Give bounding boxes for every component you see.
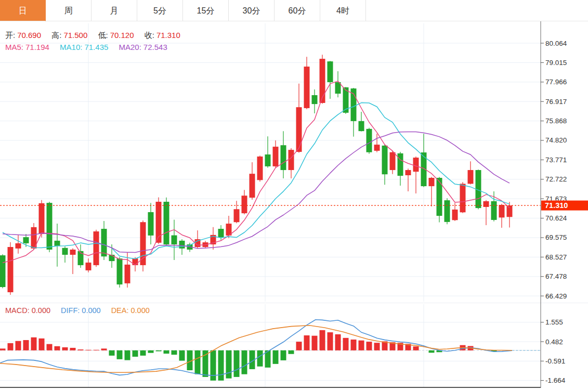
diff-value: 0.000 xyxy=(82,306,100,315)
last-price-tag-text: 71.310 xyxy=(545,201,568,210)
dea-value: 0.000 xyxy=(130,306,149,315)
tab-15min[interactable]: 15分 xyxy=(183,0,229,21)
macd-hist-bar xyxy=(312,336,318,350)
open-value: 70.690 xyxy=(17,31,41,40)
main-candlestick-chart[interactable]: 80.06479.01577.96676.91775.86874.82073.7… xyxy=(0,21,588,303)
macd-hist-bar xyxy=(296,342,302,350)
candle-body xyxy=(452,210,458,220)
tab-5min[interactable]: 5分 xyxy=(137,0,183,21)
macd-hist-bar xyxy=(47,344,53,350)
candle-body xyxy=(304,67,310,108)
candle-body xyxy=(133,258,138,265)
tab-month[interactable]: 月 xyxy=(92,0,137,21)
close-label: 收: xyxy=(145,31,154,40)
candle-body xyxy=(281,145,286,170)
macd-hist-bar xyxy=(156,350,162,352)
dea-line xyxy=(0,326,512,372)
macd-label: MACD: xyxy=(5,306,30,315)
candle-body xyxy=(140,222,146,265)
candle-body xyxy=(273,147,279,166)
candle-body xyxy=(164,202,169,244)
tab-30min[interactable]: 30分 xyxy=(229,0,275,21)
macd-hist-bar xyxy=(281,350,286,360)
price-axis-label: 67.478 xyxy=(545,272,567,280)
candle-body xyxy=(374,145,380,151)
dea-label: DEA: xyxy=(111,306,129,315)
macd-hist-bar xyxy=(304,335,310,350)
candle-body xyxy=(359,121,364,131)
tab-60min[interactable]: 60分 xyxy=(275,0,320,21)
candle-body xyxy=(312,95,318,104)
macd-hist-bar xyxy=(117,350,123,359)
candle-body xyxy=(250,174,255,198)
price-axis-label: 76.917 xyxy=(545,98,567,106)
candle-body xyxy=(328,61,333,82)
candle-body xyxy=(125,265,130,283)
candle-body xyxy=(148,212,154,236)
tab-4hour[interactable]: 4时 xyxy=(320,0,366,21)
candle-body xyxy=(429,178,435,186)
macd-hist-bar xyxy=(16,341,21,350)
ma20-line xyxy=(3,132,509,253)
candle-body xyxy=(23,237,29,243)
macd-hist-bar xyxy=(328,332,333,350)
candle-body xyxy=(0,255,6,287)
macd-hist-bar xyxy=(320,330,325,350)
price-axis-label: 70.624 xyxy=(545,214,567,222)
low-value: 70.120 xyxy=(110,31,134,40)
macd-axis-label: 0.482 xyxy=(545,338,563,346)
macd-hist-bar xyxy=(429,350,435,353)
macd-hist-bar xyxy=(367,342,372,350)
macd-hist-bar xyxy=(70,348,76,350)
tab-day[interactable]: 日 xyxy=(0,0,46,21)
macd-hist-bar xyxy=(273,350,279,364)
candle-body xyxy=(491,201,497,220)
macd-hist-bar xyxy=(140,350,146,356)
macd-hist-bar xyxy=(195,350,201,374)
macd-hist-bar xyxy=(31,337,37,350)
macd-axis-label: -0.591 xyxy=(545,357,565,365)
candle-body xyxy=(101,229,107,256)
high-label: 高: xyxy=(51,31,61,40)
diff-line xyxy=(0,320,512,375)
macd-hist-bar xyxy=(125,350,130,360)
candle-body xyxy=(16,243,21,249)
price-axis-label: 69.575 xyxy=(545,233,567,241)
candle-body xyxy=(460,184,466,212)
candle-body xyxy=(320,59,325,103)
candle-body xyxy=(499,205,505,217)
macd-hist-bar xyxy=(86,350,92,350)
candle-body xyxy=(382,146,388,174)
macd-hist-bar xyxy=(218,350,224,381)
ma20-value: 72.543 xyxy=(143,43,167,51)
low-label: 低: xyxy=(98,31,108,40)
macd-hist-bar xyxy=(78,349,84,350)
macd-hist-bar xyxy=(133,350,138,357)
price-axis-label: 68.527 xyxy=(545,253,567,261)
macd-axis-label: 1.555 xyxy=(545,318,563,326)
candle-body xyxy=(390,152,396,170)
candle-body xyxy=(8,247,14,292)
macd-readout: MACD:0.000 DIFF:0.000 DEA:0.000 xyxy=(5,306,152,315)
candle-body xyxy=(398,153,403,176)
macd-hist-bar xyxy=(148,350,154,353)
diff-label: DIFF: xyxy=(61,306,80,315)
macd-hist-bar xyxy=(242,350,247,374)
ma5-label: MA5: xyxy=(5,43,23,51)
candle-body xyxy=(413,158,419,172)
close-value: 71.310 xyxy=(156,31,180,40)
tab-week[interactable]: 周 xyxy=(46,0,92,21)
macd-hist-bar xyxy=(257,350,263,367)
macd-hist-bar xyxy=(226,350,232,379)
candle-body xyxy=(86,263,92,270)
ma-readout: MA5:71.194 MA10:71.435 MA20:72.543 xyxy=(5,43,169,51)
open-label: 开: xyxy=(5,31,15,40)
price-axis-label: 79.015 xyxy=(545,59,567,67)
high-value: 71.500 xyxy=(63,31,87,40)
price-axis-label: 80.064 xyxy=(545,40,567,47)
ma10-value: 71.435 xyxy=(84,43,108,51)
price-axis-label: 77.966 xyxy=(545,78,567,86)
macd-panel[interactable]: 1.5550.482-0.591-1.664 xyxy=(0,303,588,390)
macd-axis-label: -1.664 xyxy=(545,376,566,384)
macd-hist-bar xyxy=(179,350,185,361)
